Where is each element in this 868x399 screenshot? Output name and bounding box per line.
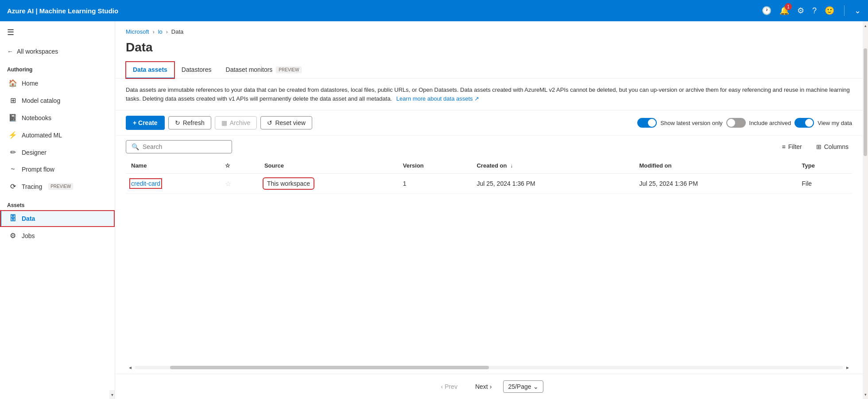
filter-button[interactable]: ≡ Filter xyxy=(778,141,805,152)
create-button[interactable]: + Create xyxy=(126,116,165,130)
settings-icon[interactable]: ⚙ xyxy=(797,6,804,16)
data-icon: 🗄 xyxy=(8,215,17,223)
col-name: Name xyxy=(126,158,220,174)
model-catalog-icon: ⊞ xyxy=(8,96,17,105)
sidebar-item-tracing[interactable]: ⟳ Tracing PREVIEW xyxy=(0,178,115,195)
next-label: Next xyxy=(475,383,488,390)
sidebar-item-label: Model catalog xyxy=(22,97,60,104)
tabs-bar: Data assets Datastores Dataset monitors … xyxy=(115,62,863,78)
data-asset-link[interactable]: credit-card xyxy=(131,180,160,187)
scroll-up-arrow[interactable]: ▴ xyxy=(863,21,868,30)
sidebar-item-jobs[interactable]: ⚙ Jobs xyxy=(0,227,115,244)
include-archived-toggle[interactable] xyxy=(726,118,746,128)
archive-label: Archive xyxy=(230,119,251,126)
prev-button[interactable]: ‹ Prev xyxy=(434,380,463,393)
source-badge: This workspace xyxy=(264,179,313,188)
data-table-container: Name ☆ Source Version Created on ↓ Modif… xyxy=(115,158,863,361)
breadcrumb-sep-1: › xyxy=(153,29,155,35)
show-latest-label: Show latest version only xyxy=(660,120,722,126)
sidebar-item-label: Automated ML xyxy=(22,132,62,139)
help-icon[interactable]: ? xyxy=(812,6,817,16)
account-icon[interactable]: 🙂 xyxy=(825,6,834,16)
prev-icon: ‹ xyxy=(441,383,443,390)
tab-dataset-monitors[interactable]: Dataset monitors PREVIEW xyxy=(219,62,309,78)
topbar-title: Azure AI | Machine Learning Studio xyxy=(7,7,756,15)
sort-icon: ↓ xyxy=(510,163,513,169)
cell-created-on: Jul 25, 2024 1:36 PM xyxy=(471,174,634,194)
columns-label: Columns xyxy=(824,143,849,150)
sidebar-item-model-catalog[interactable]: ⊞ Model catalog xyxy=(0,92,115,109)
tab-data-assets-label: Data assets xyxy=(133,66,167,73)
learn-more-link[interactable]: Learn more about data assets ↗ xyxy=(396,95,479,102)
tracing-icon: ⟳ xyxy=(8,182,17,191)
data-table: Name ☆ Source Version Created on ↓ Modif… xyxy=(126,158,852,194)
history-icon[interactable]: 🕐 xyxy=(762,6,771,16)
scroll-down-arrow[interactable]: ▾ xyxy=(863,390,868,399)
sidebar-item-label: Home xyxy=(22,80,38,87)
topbar-chevron-down-icon[interactable]: ⌄ xyxy=(854,6,861,16)
reset-view-button[interactable]: ↺ Reset view xyxy=(260,116,312,129)
sidebar-item-notebooks[interactable]: 📓 Notebooks xyxy=(0,109,115,126)
scroll-left-arrow[interactable]: ◂ xyxy=(126,363,135,372)
designer-icon: ✏ xyxy=(8,148,17,156)
tab-dataset-monitors-label: Dataset monitors xyxy=(226,66,273,73)
breadcrumb-microsoft[interactable]: Microsoft xyxy=(126,28,149,35)
back-to-workspaces[interactable]: ← All workspaces xyxy=(0,43,115,59)
sidebar: ☰ ← All workspaces Authoring 🏠 Home ⊞ Mo… xyxy=(0,21,115,399)
tracing-preview-badge: PREVIEW xyxy=(48,183,73,190)
col-created-on-label: Created on xyxy=(477,162,507,169)
notification-badge: 1 xyxy=(785,3,792,10)
v-scroll-thumb[interactable] xyxy=(864,48,867,156)
description-text: Data assets are immutable references to … xyxy=(115,78,863,110)
page-size-label: 25/Page xyxy=(508,383,531,390)
col-modified-on: Modified on xyxy=(634,158,797,174)
search-input[interactable] xyxy=(143,143,226,150)
table-body: credit-card ☆ This workspace 1 Jul 25, 2… xyxy=(126,174,852,194)
view-my-data-toggle[interactable] xyxy=(794,118,814,128)
filter-label: Filter xyxy=(788,143,802,150)
sidebar-item-prompt-flow[interactable]: ~ Prompt flow xyxy=(0,161,115,178)
columns-button[interactable]: ⊞ Columns xyxy=(813,141,852,152)
next-icon: › xyxy=(490,383,492,390)
sidebar-item-label: Notebooks xyxy=(22,114,51,121)
filter-icon: ≡ xyxy=(782,143,785,150)
sidebar-item-designer[interactable]: ✏ Designer xyxy=(0,144,115,161)
cell-name: credit-card xyxy=(126,174,220,194)
scroll-right-arrow[interactable]: ▸ xyxy=(843,363,852,372)
show-latest-toggle[interactable] xyxy=(637,118,657,128)
search-box: 🔍 xyxy=(126,140,232,153)
sidebar-item-label: Prompt flow xyxy=(22,166,54,173)
tab-data-assets[interactable]: Data assets xyxy=(126,62,174,78)
archive-button[interactable]: ▦ Archive xyxy=(215,116,257,129)
page-size-select[interactable]: 25/Page ⌄ xyxy=(503,380,543,393)
cell-type: File xyxy=(797,174,852,194)
tab-datastores[interactable]: Datastores xyxy=(174,62,219,78)
pagination-bar: ‹ Prev Next › 25/Page ⌄ xyxy=(115,374,863,399)
notification-icon[interactable]: 🔔 1 xyxy=(779,6,789,16)
star-icon[interactable]: ☆ xyxy=(225,180,231,188)
description-body: Data assets are immutable references to … xyxy=(126,86,850,102)
table-header: Name ☆ Source Version Created on ↓ Modif… xyxy=(126,158,852,174)
col-favorite: ☆ xyxy=(220,158,259,174)
topbar-divider xyxy=(844,5,845,16)
scroll-thumb[interactable] xyxy=(170,366,489,369)
next-button[interactable]: Next › xyxy=(469,380,498,393)
tab-datastores-label: Datastores xyxy=(182,66,212,73)
sidebar-item-data[interactable]: 🗄 Data xyxy=(0,210,115,227)
automated-ml-icon: ⚡ xyxy=(8,131,17,139)
topbar: Azure AI | Machine Learning Studio 🕐 🔔 1… xyxy=(0,0,868,21)
breadcrumb-lo[interactable]: lo xyxy=(158,28,163,35)
toggle-thumb xyxy=(805,119,813,127)
col-created-on[interactable]: Created on ↓ xyxy=(471,158,634,174)
sidebar-scroll-down[interactable]: ▾ xyxy=(109,390,115,399)
home-icon: 🏠 xyxy=(8,79,17,87)
sidebar-item-automated-ml[interactable]: ⚡ Automated ML xyxy=(0,126,115,144)
scroll-track[interactable] xyxy=(135,366,843,369)
star-col-icon: ☆ xyxy=(225,162,230,169)
v-scroll-track[interactable] xyxy=(863,30,868,390)
hamburger-icon[interactable]: ☰ xyxy=(0,21,115,43)
sidebar-item-home[interactable]: 🏠 Home xyxy=(0,74,115,92)
refresh-label: Refresh xyxy=(183,119,205,126)
breadcrumb: Microsoft › lo › Data xyxy=(115,21,863,39)
refresh-button[interactable]: ↻ Refresh xyxy=(168,116,211,129)
